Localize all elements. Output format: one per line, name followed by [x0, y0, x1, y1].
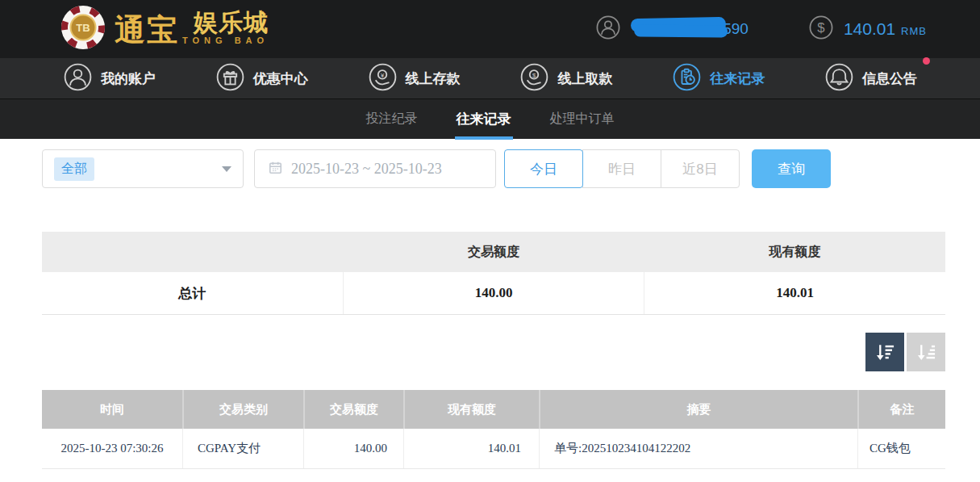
nav-item-my-account[interactable]: 我的账户	[63, 62, 156, 95]
nav-item-announcements[interactable]: 信息公告	[824, 62, 917, 95]
summary-transaction-amount: 140.00	[343, 272, 644, 314]
col-balance: 现有额度	[403, 390, 539, 429]
brand-subtitle-cn: 娱乐城	[194, 10, 269, 35]
username-masked: 590	[631, 15, 749, 43]
account-icon	[63, 62, 93, 95]
withdraw-icon: $	[519, 62, 549, 95]
col-summary: 摘要	[539, 390, 857, 429]
summary-table: 交易额度 现有额度 总计 140.00 140.01	[42, 232, 945, 315]
tab-processing-orders[interactable]: 处理中订单	[548, 99, 616, 140]
wallet-balance[interactable]: $ 140.01 RMB	[808, 15, 927, 44]
record-type: CGPAY支付	[182, 429, 303, 468]
quick-range-group: 今日 昨日 近8日	[504, 149, 740, 188]
summary-current-amount: 140.01	[644, 272, 945, 314]
record-balance: 140.01	[403, 429, 539, 468]
svg-text:$: $	[532, 71, 536, 78]
casino-chip-icon: TB	[60, 4, 106, 54]
record-row: 2025-10-23 07:30:26 CGPAY支付 140.00 140.0…	[42, 429, 945, 469]
summary-col-empty	[42, 232, 343, 272]
record-summary: 单号:202510234104122202	[539, 429, 857, 468]
tab-transaction-records[interactable]: 往来记录	[455, 99, 513, 140]
summary-col-current-amount: 现有额度	[644, 232, 945, 272]
col-note: 备注	[857, 390, 945, 429]
balance-currency: RMB	[901, 25, 927, 37]
sort-bar	[42, 333, 945, 371]
svg-text:$: $	[817, 20, 824, 36]
calendar-icon	[268, 160, 283, 178]
brand-title-en: TONG BAO	[182, 36, 269, 45]
sort-asc-icon[interactable]	[907, 333, 945, 371]
nav-item-promotions[interactable]: 优惠中心	[215, 62, 308, 95]
active-tab-underline	[455, 136, 513, 140]
summary-total-row: 总计 140.00 140.01	[42, 272, 945, 315]
col-amount: 交易额度	[303, 390, 403, 429]
privacy-scribble	[631, 17, 726, 32]
record-note: CG钱包	[857, 429, 945, 468]
transaction-type-select[interactable]: 全部	[42, 149, 244, 188]
bell-icon	[824, 62, 854, 95]
records-table-header: 时间 交易类别 交易额度 现有额度 摘要 备注	[42, 390, 945, 429]
sub-nav: 投注纪录 往来记录 处理中订单	[0, 98, 980, 139]
date-range-input[interactable]: 2025-10-23 ~ 2025-10-23	[254, 149, 496, 188]
quick-range-last8days[interactable]: 近8日	[661, 149, 740, 188]
date-range-value: 2025-10-23 ~ 2025-10-23	[291, 161, 442, 178]
tab-betting-records[interactable]: 投注纪录	[365, 99, 419, 140]
record-time: 2025-10-23 07:30:26	[42, 429, 182, 468]
record-amount: 140.00	[303, 429, 403, 468]
svg-text:TB: TB	[76, 22, 90, 34]
user-account-summary[interactable]: 590	[595, 15, 749, 44]
brand-logo[interactable]: TB 通宝 娱乐城 TONG BAO	[60, 4, 269, 54]
quick-range-today[interactable]: 今日	[504, 149, 583, 188]
gift-icon	[215, 62, 245, 95]
svg-text:¥: ¥	[380, 71, 384, 78]
dollar-icon: $	[808, 15, 834, 44]
summary-col-transaction-amount: 交易额度	[343, 232, 644, 272]
nav-item-withdraw[interactable]: $ 线上取款	[519, 62, 612, 95]
balance-amount: 140.01	[844, 19, 895, 39]
quick-range-yesterday[interactable]: 昨日	[582, 149, 661, 188]
sort-desc-icon[interactable]	[865, 333, 904, 371]
content-area: 全部 2025-10-23 ~ 2025-10-23 今日 昨日 近8日	[0, 139, 980, 469]
notification-dot	[923, 57, 930, 65]
summary-table-header: 交易额度 现有额度	[42, 232, 945, 272]
main-nav: 我的账户 优惠中心 ¥ 线上存款	[0, 58, 980, 98]
filter-row: 全部 2025-10-23 ~ 2025-10-23 今日 昨日 近8日	[42, 149, 945, 188]
col-time: 时间	[42, 390, 182, 429]
selected-type-chip: 全部	[54, 157, 94, 181]
records-icon	[672, 62, 702, 95]
search-button[interactable]: 查询	[752, 149, 831, 188]
deposit-icon: ¥	[368, 62, 398, 95]
top-header: TB 通宝 娱乐城 TONG BAO 590	[0, 0, 980, 58]
summary-total-label: 总计	[42, 272, 343, 314]
brand-title-cn: 通宝	[115, 15, 179, 45]
nav-item-deposit[interactable]: ¥ 线上存款	[368, 62, 461, 95]
chevron-down-icon	[222, 166, 231, 172]
nav-item-records[interactable]: 往来记录	[672, 62, 765, 95]
records-table: 时间 交易类别 交易额度 现有额度 摘要 备注 2025-10-23 07:30…	[42, 390, 945, 469]
col-type: 交易类别	[182, 390, 303, 429]
user-icon	[595, 15, 621, 44]
